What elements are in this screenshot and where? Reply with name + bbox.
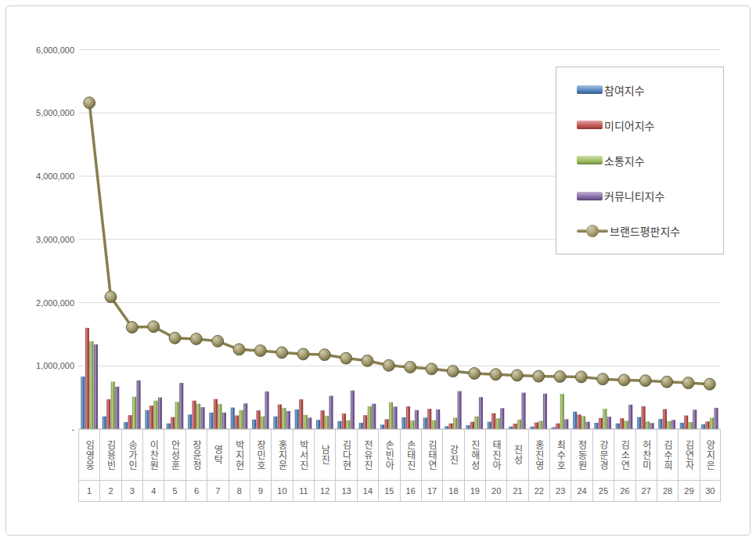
category-rank: 12: [315, 481, 335, 502]
category-rank: 2: [100, 481, 121, 502]
bar-2-12: [346, 420, 350, 429]
bar-3-2: [137, 381, 141, 429]
bar-1-9: [278, 405, 282, 429]
bar-0-16: [423, 417, 427, 429]
bar-3-9: [286, 411, 290, 429]
category-cell: 최수호23: [549, 430, 571, 502]
category-rank: 18: [443, 481, 463, 502]
bar-0-6: [209, 413, 213, 429]
bar-2-26: [646, 421, 650, 429]
line-marker-17: [447, 366, 459, 377]
bar-2-18: [474, 417, 478, 429]
bar-0-4: [167, 424, 171, 429]
category-cell: 진성21: [506, 430, 527, 502]
bar-3-14: [394, 406, 398, 429]
category-rank: 30: [700, 481, 720, 502]
category-cell: 김소연26: [614, 430, 635, 502]
bar-2-15: [410, 420, 414, 429]
category-name: 김소연: [614, 430, 635, 481]
bar-0-11: [316, 420, 320, 429]
category-cell: 강진18: [442, 430, 463, 502]
bar-1-29: [706, 421, 710, 429]
bar-1-25: [620, 418, 624, 429]
bar-3-16: [436, 409, 440, 429]
line-marker-27: [661, 376, 673, 388]
line-marker-22: [554, 371, 566, 383]
bar-0-12: [337, 421, 341, 429]
bar-3-1: [115, 387, 119, 429]
bar-3-10: [308, 417, 311, 429]
line-marker-11: [319, 349, 330, 361]
category-name: 태진아: [486, 430, 506, 481]
bar-0-25: [616, 424, 620, 429]
bar-0-2: [124, 422, 128, 429]
category-cell: 김용빈2: [99, 430, 121, 502]
bar-2-23: [581, 416, 585, 429]
category-rank: 24: [571, 481, 592, 502]
category-name: 김용빈: [100, 430, 121, 481]
line-marker-5: [190, 333, 202, 344]
category-name: 장윤정: [186, 430, 207, 481]
bar-0-9: [273, 417, 277, 429]
bar-3-11: [329, 396, 333, 429]
bar-2-29: [710, 417, 714, 429]
category-rank: 7: [207, 481, 228, 502]
bar-3-26: [650, 423, 654, 429]
category-rank: 27: [636, 481, 657, 502]
bar-2-19: [496, 418, 500, 429]
category-name: 손빈아: [379, 430, 399, 481]
bar-1-5: [193, 401, 196, 429]
category-cell: 강문경25: [592, 430, 614, 502]
category-cell: 김연자29: [678, 430, 699, 502]
category-cell: 전유진14: [357, 430, 378, 502]
category-name: 강진: [443, 430, 463, 481]
line-marker-25: [618, 374, 630, 386]
bar-1-3: [149, 406, 153, 429]
bar-0-1: [103, 417, 106, 429]
category-rank: 6: [186, 481, 207, 502]
bar-1-6: [214, 399, 218, 429]
legend-swatch-communication-icon: [577, 156, 603, 164]
bar-3-21: [543, 394, 547, 429]
category-rank: 13: [336, 481, 356, 502]
category-rank: 10: [272, 481, 292, 502]
bar-1-1: [106, 399, 110, 429]
line-marker-21: [533, 370, 545, 382]
line-marker-3: [148, 321, 160, 333]
bar-2-14: [389, 402, 393, 429]
legend-label: 미디어지수: [604, 117, 654, 133]
category-cell: 김수희28: [657, 430, 678, 502]
bar-0-8: [252, 420, 256, 429]
line-marker-19: [490, 369, 502, 381]
category-cell: 박지현8: [229, 430, 250, 502]
y-tick-label: 5,000,000: [23, 107, 74, 118]
category-cell: 장윤정6: [185, 430, 207, 502]
bar-2-6: [218, 404, 221, 429]
bar-2-8: [261, 417, 265, 429]
category-name: 최수호: [550, 430, 571, 481]
line-marker-1: [105, 291, 117, 303]
bar-0-7: [231, 408, 235, 429]
bar-0-19: [488, 422, 491, 429]
category-rank: 3: [122, 481, 142, 502]
y-tick-label: 3,000,000: [23, 234, 74, 245]
line-marker-7: [233, 344, 245, 355]
legend-label: 소통지수: [604, 153, 645, 168]
bar-3-8: [265, 391, 269, 429]
category-cell: 송가인3: [121, 430, 142, 502]
line-marker-2: [126, 322, 138, 334]
bar-3-3: [158, 398, 162, 429]
category-cell: 진해성19: [464, 430, 485, 502]
bar-1-17: [449, 424, 453, 429]
bar-1-27: [663, 409, 667, 429]
bar-3-28: [693, 409, 697, 429]
bar-1-21: [535, 423, 538, 429]
y-tick-label: 2,000,000: [23, 298, 74, 308]
category-name: 진성: [507, 430, 527, 481]
legend: 참여지수 미디어지수 소통지수 커뮤니티지수 브랜드평판지수: [556, 67, 724, 254]
category-cell: 손빈아15: [378, 430, 399, 502]
category-cell: 김다현13: [335, 430, 356, 502]
bar-3-18: [479, 397, 483, 429]
category-name: 정동원: [571, 430, 592, 481]
bar-3-27: [671, 420, 675, 429]
